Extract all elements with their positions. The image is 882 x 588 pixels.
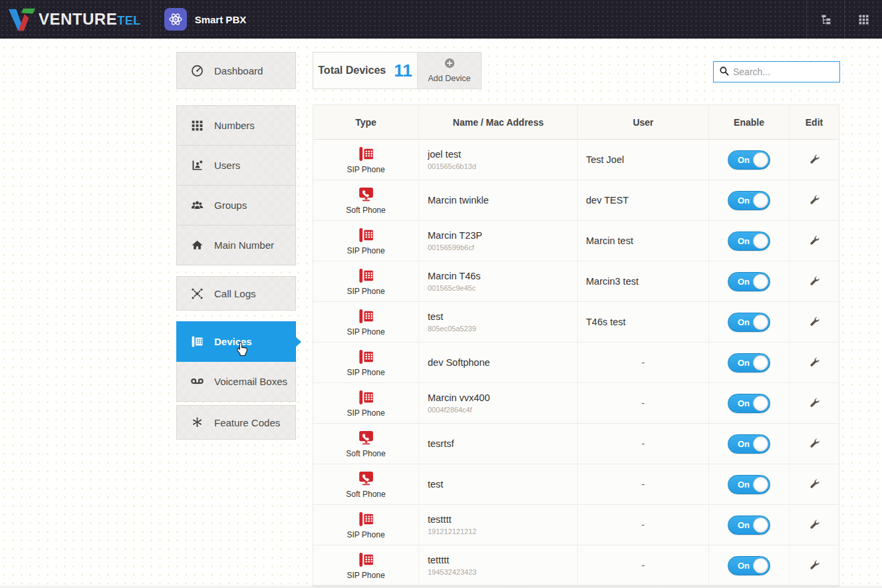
device-mac-address: 805ec05a5239 (428, 325, 577, 333)
device-name-cell: test 805ec05a5239 (419, 302, 578, 342)
sidebar-group: Feature Codes (176, 405, 296, 440)
wrench-icon[interactable] (807, 233, 821, 248)
soft-phone-icon (357, 429, 375, 447)
wrench-icon[interactable] (807, 558, 821, 573)
wrench-icon[interactable] (807, 315, 821, 329)
device-mac-address: 191212121212 (428, 527, 577, 535)
toggle-on-label: On (738, 236, 750, 246)
enable-toggle[interactable]: On (728, 394, 770, 413)
column-header-type: Type (313, 105, 419, 139)
device-type-label: SIP Phone (347, 368, 384, 377)
device-name: tettttt (428, 555, 577, 565)
enable-toggle[interactable]: On (728, 353, 770, 372)
sidebar-item-dashboard[interactable]: Dashboard (176, 52, 296, 89)
device-user-cell: - (578, 383, 709, 423)
device-enable-cell: On (709, 383, 790, 423)
wrench-icon[interactable] (807, 355, 821, 370)
venturetel-logo[interactable]: VENTURETEL (0, 0, 150, 39)
sidebar-item-groups[interactable]: Groups (176, 185, 296, 225)
device-user-cell: Marcin test (578, 221, 709, 261)
sidebar-item-main-number[interactable]: Main Number (176, 225, 296, 265)
table-row: SIP Phone Marcin T46s 001565c9e45c Marci… (313, 261, 839, 302)
enable-toggle[interactable]: On (728, 475, 770, 494)
wrench-icon[interactable] (807, 517, 821, 532)
device-user-cell: dev TEST (578, 180, 709, 220)
device-enable-cell: On (709, 424, 790, 464)
apps-grid-icon[interactable] (845, 0, 882, 39)
device-name-cell: tettttt 194532423423 (419, 545, 578, 585)
wrench-icon[interactable] (807, 193, 821, 208)
wrench-icon[interactable] (807, 152, 821, 167)
device-name-cell: testttt 191212121212 (419, 505, 578, 545)
total-devices-count: 11 (394, 61, 412, 81)
add-device-label: Add Device (428, 74, 471, 83)
device-enable-cell: On (709, 180, 790, 220)
wrench-icon[interactable] (807, 274, 821, 289)
device-edit-cell (790, 343, 839, 382)
toggle-knob (753, 477, 768, 492)
sip-phone-icon (357, 226, 375, 244)
device-type-cell: SIP Phone (313, 140, 419, 180)
device-type-cell: Soft Phone (313, 464, 419, 504)
table-row: Soft Phone Marcin twinkle dev TEST On (313, 180, 839, 221)
sidebar-group: Devices Voicemail Boxes (176, 321, 296, 402)
device-mac-address: 0004f2864c4f (428, 406, 577, 414)
toggle-knob (753, 396, 768, 411)
device-name-cell: tesrtsf (419, 424, 578, 464)
wrench-icon[interactable] (807, 477, 821, 492)
wrench-icon[interactable] (807, 396, 821, 410)
device-user-cell: - (578, 505, 709, 545)
device-enable-cell: On (709, 343, 790, 382)
hierarchy-icon[interactable] (807, 0, 844, 39)
device-name: joel test (428, 149, 577, 160)
enable-toggle[interactable]: On (728, 313, 770, 332)
soft-phone-icon (357, 186, 375, 204)
device-name: Marcin vvx400 (428, 392, 577, 403)
device-edit-cell (790, 180, 839, 220)
sidebar-item-devices[interactable]: Devices (176, 321, 296, 362)
device-edit-cell (790, 464, 839, 504)
sidebar-item-call-logs[interactable]: Call Logs (176, 276, 296, 311)
toggle-on-label: On (738, 155, 750, 165)
toggle-on-label: On (738, 317, 750, 327)
sidebar-item-numbers[interactable]: Numbers (176, 105, 296, 146)
add-device-button[interactable]: Add Device (417, 52, 482, 89)
device-enable-cell: On (709, 302, 790, 342)
device-user-cell: - (578, 545, 709, 585)
sidebar-item-feature-codes[interactable]: Feature Codes (176, 405, 296, 440)
toggle-on-label: On (738, 480, 750, 490)
search-icon (719, 66, 729, 78)
enable-toggle[interactable]: On (728, 191, 770, 210)
sip-phone-icon (357, 145, 375, 163)
asterisk-icon (189, 414, 205, 430)
enable-toggle[interactable]: On (728, 231, 770, 251)
device-enable-cell: On (709, 505, 790, 545)
enable-toggle[interactable]: On (728, 556, 770, 575)
sip-phone-icon (357, 388, 375, 406)
sidebar-item-users[interactable]: Users (176, 145, 296, 186)
enable-toggle[interactable]: On (728, 150, 770, 170)
device-type-label: SIP Phone (347, 165, 384, 174)
sidebar-item-voicemail-boxes[interactable]: Voicemail Boxes (176, 361, 296, 402)
toggle-knob (753, 193, 768, 208)
enable-toggle[interactable]: On (728, 272, 770, 291)
device-type-cell: SIP Phone (313, 343, 419, 382)
toggle-knob (753, 315, 768, 330)
device-type-cell: Soft Phone (313, 424, 419, 464)
toggle-on-label: On (738, 520, 750, 530)
logo-text-tel: TEL (117, 14, 141, 28)
sip-phone-icon (357, 348, 375, 366)
wrench-icon[interactable] (807, 436, 821, 451)
device-name-cell: dev Softphone (419, 343, 578, 382)
plus-circle-icon (444, 58, 455, 71)
device-user-cell: - (578, 343, 709, 382)
smart-pbx-app[interactable]: Smart PBX (151, 0, 260, 39)
device-type-cell: SIP Phone (313, 261, 419, 301)
enable-toggle[interactable]: On (728, 515, 770, 535)
table-row: SIP Phone tettttt 194532423423 - On (313, 545, 839, 586)
device-type-cell: SIP Phone (313, 302, 419, 342)
search-input[interactable] (733, 67, 853, 77)
enable-toggle[interactable]: On (728, 434, 770, 454)
toggle-knob (753, 233, 768, 249)
home-icon (189, 237, 205, 253)
